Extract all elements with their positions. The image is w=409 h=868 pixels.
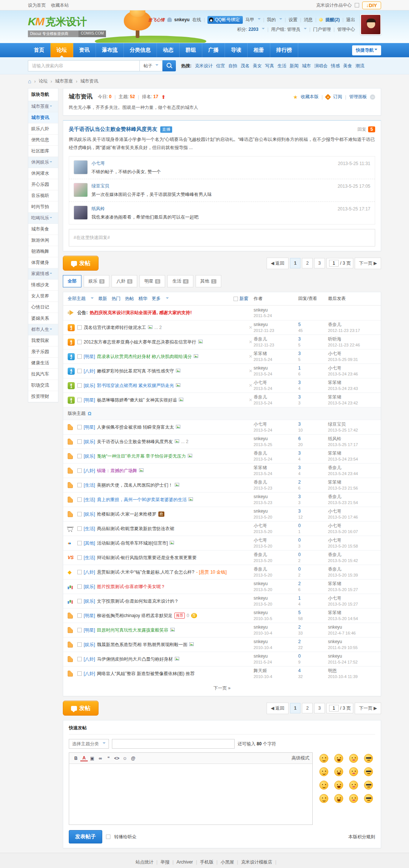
breadcrumb-item[interactable]: 城市资讯 xyxy=(80,78,98,84)
sidebar-group[interactable]: 吃喝玩乐 xyxy=(28,213,58,224)
home-icon[interactable]: ⌂ xyxy=(28,78,31,84)
remind-link[interactable]: 提醒(2) xyxy=(325,17,340,23)
portal-admin-link[interactable]: 门户管理 xyxy=(313,26,331,33)
manage-panel-link[interactable]: 管理面板 xyxy=(349,94,367,100)
close-icon[interactable]: ✕ xyxy=(248,397,254,403)
footer-link[interactable]: 小黑屋 xyxy=(220,859,234,865)
page-1[interactable]: 1 xyxy=(290,703,301,713)
close-icon[interactable]: ✕ xyxy=(248,354,254,359)
nav-item-资讯[interactable]: 资讯 xyxy=(73,43,96,57)
close-icon[interactable]: ✕ xyxy=(248,339,254,345)
filter-热帖[interactable]: 热帖 xyxy=(125,296,134,302)
thread-checkbox[interactable] xyxy=(77,613,82,618)
sidebar-item-亲子乐园[interactable]: 亲子乐园 xyxy=(28,346,58,358)
thread-checkbox[interactable] xyxy=(77,439,82,444)
thread-title[interactable]: 商品贴测试-欧昵雪夏装新款雪纺连衣裙 xyxy=(97,526,174,532)
sidebar-item-开心乐园[interactable]: 开心乐园 xyxy=(28,179,58,190)
sidebar-item-城市资讯[interactable]: 城市资讯 xyxy=(28,112,58,123)
thread-category[interactable]: [其他] xyxy=(84,540,95,546)
smiley-surprise[interactable] xyxy=(364,767,373,776)
page-3[interactable]: 3 xyxy=(314,258,325,268)
advanced-mode-link[interactable]: 高级模式 xyxy=(292,755,309,761)
thread-title[interactable]: 柳岩低胸亮相chinajoy 搭档孟非默契足 xyxy=(97,613,173,619)
site-logo[interactable]: KM克米设计 Discuz 专业模板提供商COMIIS.COM xyxy=(28,15,106,37)
search-input[interactable] xyxy=(28,60,139,71)
admin-center-link[interactable]: 管理中心 xyxy=(337,26,355,33)
thread-category[interactable]: [八卦] xyxy=(84,671,95,677)
hot-word[interactable]: 克米设计 xyxy=(195,63,213,69)
new-post-button[interactable]: 发帖 xyxy=(63,256,99,271)
thread-checkbox[interactable] xyxy=(77,570,82,574)
thread-title[interactable]: 昆凌承认欣赏周杰伦好身材 称八块肌肉能给满分 xyxy=(97,354,192,360)
smiley-laugh[interactable] xyxy=(334,754,343,763)
sidebar-group[interactable]: 城市茶座 xyxy=(28,101,58,112)
hot-word[interactable]: 美食 xyxy=(343,63,352,69)
next-page-button[interactable]: 下一页 ▶ xyxy=(355,258,381,269)
qq-bind-button[interactable]: QQ帐号绑定 xyxy=(207,16,243,24)
announcement-title[interactable]: 热烈庆祝克米设计演示站全面开通, 感谢大家的支持! xyxy=(90,310,192,316)
thread-category[interactable]: [生活] xyxy=(84,555,95,561)
new-post-button-bottom[interactable]: 发帖 xyxy=(63,701,99,716)
filter-全部主题[interactable]: 全部主题 xyxy=(68,296,86,302)
thread-checkbox[interactable] xyxy=(77,584,82,589)
thread-checkbox[interactable] xyxy=(77,383,82,388)
nav-item-群组[interactable]: 群组 xyxy=(180,43,202,57)
smiley-shout[interactable] xyxy=(334,767,343,776)
next-page-button[interactable]: 下一页 ▶ xyxy=(355,703,381,714)
hot-word[interactable]: 自拍 xyxy=(228,63,237,69)
search-button[interactable] xyxy=(162,60,176,71)
thread-category[interactable]: [八卦] xyxy=(84,569,95,575)
topbar-link[interactable]: 设为首页 xyxy=(28,3,46,8)
thread-checkbox[interactable] xyxy=(77,398,82,402)
thread-title[interactable]: 镇隆：震撼的广场舞 xyxy=(97,468,137,474)
filter-最新[interactable]: 最新 xyxy=(98,296,107,302)
thread-category[interactable]: [生活] xyxy=(84,526,95,532)
nav-item-排行榜[interactable]: 排行榜 xyxy=(270,43,298,57)
logout-link[interactable]: 退出 xyxy=(346,17,355,23)
credit-value[interactable]: 2203 xyxy=(248,27,258,32)
thread-checkbox[interactable] xyxy=(77,369,82,373)
sidebar-item-职场交流[interactable]: 职场交流 xyxy=(28,380,58,391)
thread-title[interactable]: 抢楼贴测试-大家一起来抢楼罗 xyxy=(97,511,157,517)
editor-image-button[interactable]: ▣ xyxy=(88,755,96,762)
sidebar-group[interactable]: 休闲娱乐 xyxy=(28,157,58,168)
tab-娱乐[interactable]: 娱乐9 xyxy=(84,275,109,287)
hot-word[interactable]: 写真 xyxy=(265,63,274,69)
thread-title[interactable]: 茂名信宜代课老师转行做泥水工 xyxy=(84,325,146,331)
newwin-checkbox[interactable] xyxy=(234,297,238,301)
thread-checkbox[interactable] xyxy=(77,354,82,359)
diy-button[interactable]: ↓DIY xyxy=(362,1,381,9)
topbar-link[interactable]: 收藏本站 xyxy=(51,3,69,8)
thread-title[interactable]: 田原时尚写真玩性大发露孩童般笑容 xyxy=(97,627,168,633)
thread-checkbox[interactable] xyxy=(77,325,82,330)
sidebar-item-我爱我家[interactable]: 我爱我家 xyxy=(28,335,58,346)
thread-title[interactable]: 悬赏贴测试-大米中“镉”含量超标,人吃了会怎么样? xyxy=(97,569,194,575)
thread-checkbox[interactable] xyxy=(77,483,82,487)
sidebar-item-朝酒晚舞[interactable]: 朝酒晚舞 xyxy=(28,246,58,257)
hot-word[interactable]: 信宜 xyxy=(216,63,225,69)
smiley-tongue[interactable] xyxy=(319,781,328,790)
editor-link-button[interactable]: ∞ xyxy=(97,755,104,762)
thread-checkbox[interactable] xyxy=(77,555,82,560)
thread-title[interactable]: 魏晨新黑色系造型亮相 半熟潮男展现刚毅一面 xyxy=(97,642,187,648)
nav-item-论坛[interactable]: 论坛 xyxy=(51,43,73,57)
smiley-cool[interactable] xyxy=(364,754,373,763)
hot-word[interactable]: 演唱会 xyxy=(314,63,328,69)
thread-category[interactable]: [八卦] xyxy=(84,468,95,474)
page-1[interactable]: 1 xyxy=(290,258,301,268)
thread-title[interactable]: 辩论贴测试-银行风险防范重要还是业务发展更重要 xyxy=(97,555,197,561)
avatar[interactable] xyxy=(74,206,88,220)
tab-生活[interactable]: 生活4 xyxy=(167,275,193,287)
tab-其他[interactable]: 其他1 xyxy=(196,275,221,287)
hot-word[interactable]: 潮流 xyxy=(355,63,364,69)
tab-全部[interactable]: 全部 xyxy=(63,275,81,287)
breadcrumb-item[interactable]: 论坛 xyxy=(39,78,48,84)
thread-category[interactable]: [娱乐] xyxy=(84,584,95,590)
thread-category[interactable]: [娱乐] xyxy=(84,598,95,604)
thread-checkbox[interactable] xyxy=(77,671,82,676)
footer-link[interactable]: Archiver xyxy=(177,859,193,865)
smiley-angry[interactable] xyxy=(349,794,358,803)
smiley-sleep[interactable] xyxy=(349,767,358,776)
sidebar-item-音乐视听[interactable]: 音乐视听 xyxy=(28,190,58,201)
sidebar-item-拉风汽车[interactable]: 拉风汽车 xyxy=(28,369,58,380)
